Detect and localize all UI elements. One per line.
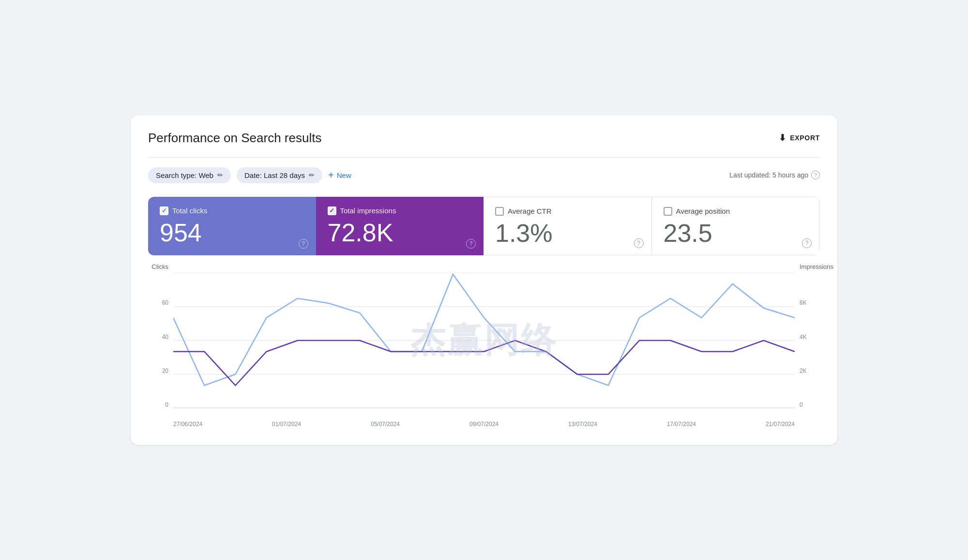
date-filter[interactable]: Date: Last 28 days ✏ (237, 167, 322, 183)
y-right-title: Impressions (800, 263, 833, 270)
metric-position[interactable]: Average position 23.5 ? (652, 197, 820, 255)
impressions-help-icon[interactable]: ? (466, 239, 476, 249)
x-axis-labels: 27/06/2024 01/07/2024 05/07/2024 09/07/2… (173, 421, 795, 427)
new-button[interactable]: + New (328, 170, 351, 181)
last-updated-help-icon[interactable]: ? (811, 171, 820, 179)
chart-inner: 杰赢网络 (173, 273, 795, 408)
x-label-7: 21/07/2024 (766, 421, 795, 427)
y-left-40: 40 (162, 334, 168, 340)
divider (148, 157, 820, 158)
search-type-edit-icon: ✏ (217, 171, 223, 179)
search-type-label: Search type: Web (156, 171, 213, 179)
metric-ctr[interactable]: Average CTR 1.3% ? (484, 197, 652, 255)
position-help-icon[interactable]: ? (802, 238, 812, 248)
ctr-label: Average CTR (508, 207, 552, 215)
x-label-2: 01/07/2024 (272, 421, 301, 427)
clicks-help-icon[interactable]: ? (299, 239, 308, 249)
plus-icon: + (328, 170, 334, 181)
position-help: ? (802, 238, 812, 248)
metric-impressions[interactable]: ✓ Total impressions 72.8K ? (316, 197, 484, 255)
date-edit-icon: ✏ (309, 171, 315, 179)
ctr-help: ? (634, 238, 644, 248)
y-right-6k: 6K (800, 299, 807, 306)
last-updated-text: Last updated: 5 hours ago (729, 171, 808, 179)
export-icon: ⬇ (779, 133, 786, 143)
date-label: Date: Last 28 days (244, 171, 305, 179)
position-label-row: Average position (664, 207, 808, 216)
x-label-3: 05/07/2024 (371, 421, 400, 427)
new-label: New (337, 171, 351, 179)
metrics-row: ✓ Total clicks 954 ? ✓ Total impressions… (148, 197, 820, 255)
clicks-value: 954 (160, 219, 304, 247)
filters-row: Search type: Web ✏ Date: Last 28 days ✏ … (148, 167, 820, 183)
ctr-checkbox[interactable] (495, 207, 504, 216)
chart-svg (173, 273, 795, 408)
header-row: Performance on Search results ⬇ EXPORT (148, 131, 820, 146)
y-right-0: 0 (800, 401, 803, 408)
x-label-6: 17/07/2024 (667, 421, 696, 427)
impressions-value: 72.8K (328, 219, 472, 247)
ctr-label-row: Average CTR (495, 207, 640, 216)
clicks-help: ? (299, 239, 308, 249)
y-right-4k: 4K (800, 334, 807, 340)
ctr-help-icon[interactable]: ? (634, 238, 644, 248)
export-button[interactable]: ⬇ EXPORT (779, 133, 820, 143)
x-label-1: 27/06/2024 (173, 421, 202, 427)
impressions-label: Total impressions (340, 206, 396, 215)
position-checkbox[interactable] (664, 207, 672, 216)
impressions-line (173, 274, 795, 385)
main-card: Performance on Search results ⬇ EXPORT S… (131, 115, 837, 445)
y-left-20: 20 (162, 368, 168, 374)
impressions-help: ? (466, 239, 476, 249)
clicks-checkmark: ✓ (162, 207, 167, 214)
y-right-2k: 2K (800, 368, 807, 374)
y-left-60: 60 (162, 299, 168, 306)
clicks-checkbox[interactable]: ✓ (160, 206, 168, 215)
impressions-checkbox[interactable]: ✓ (328, 206, 336, 215)
chart-container: Clicks 60 40 20 0 Impressions 6K 4K 2K 0 (148, 263, 820, 427)
last-updated: Last updated: 5 hours ago ? (729, 171, 820, 179)
clicks-label-row: ✓ Total clicks (160, 206, 304, 215)
impressions-checkmark: ✓ (329, 207, 334, 214)
clicks-label: Total clicks (172, 206, 208, 215)
impressions-label-row: ✓ Total impressions (328, 206, 472, 215)
position-value: 23.5 (664, 220, 808, 247)
metric-clicks[interactable]: ✓ Total clicks 954 ? (148, 197, 316, 255)
export-label: EXPORT (790, 134, 820, 142)
y-axis-right: Impressions 6K 4K 2K 0 (796, 263, 820, 408)
y-axis-left: Clicks 60 40 20 0 (148, 263, 172, 408)
y-left-title: Clicks (151, 263, 168, 270)
ctr-value: 1.3% (495, 220, 640, 247)
x-label-4: 09/07/2024 (469, 421, 499, 427)
search-type-filter[interactable]: Search type: Web ✏ (148, 167, 231, 183)
x-label-5: 13/07/2024 (568, 421, 597, 427)
page-title: Performance on Search results (148, 131, 321, 146)
position-label: Average position (676, 207, 730, 215)
clicks-line (173, 340, 795, 385)
chart-section: Clicks 60 40 20 0 Impressions 6K 4K 2K 0 (148, 255, 820, 427)
y-left-0: 0 (165, 401, 168, 408)
